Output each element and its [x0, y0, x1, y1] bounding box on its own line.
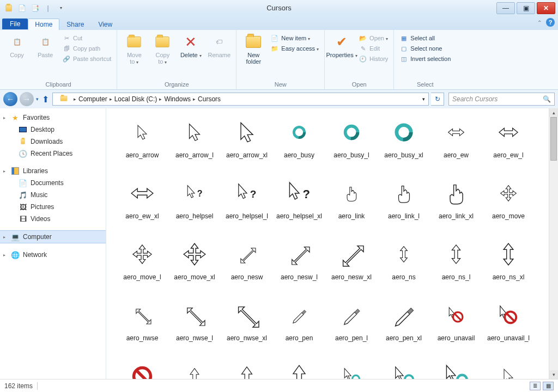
- new-folder-button[interactable]: New folder: [240, 32, 267, 66]
- view-icons-button[interactable]: ▦: [543, 382, 554, 390]
- sidebar-item-computer[interactable]: ▸ 💻 Computer: [0, 230, 106, 243]
- file-item[interactable]: aero_nesw_l: [273, 235, 325, 296]
- addr-segment[interactable]: Cursors: [196, 95, 223, 103]
- sidebar-item-documents[interactable]: 📄Documents: [0, 177, 106, 189]
- file-item[interactable]: aero_arrow_l: [168, 113, 221, 174]
- file-item[interactable]: aero_working_xl: [430, 357, 482, 379]
- file-item[interactable]: aero_nesw: [221, 235, 273, 296]
- file-item[interactable]: aero_nwse_xl: [221, 296, 273, 357]
- file-tab[interactable]: File: [2, 19, 28, 29]
- file-item[interactable]: aero_move_l: [116, 235, 168, 296]
- sidebar-favorites[interactable]: ▸ ★ Favorites: [0, 112, 106, 124]
- file-item[interactable]: aero_move_xl: [168, 235, 221, 296]
- file-item[interactable]: ?aero_helpsel_xl: [273, 174, 325, 235]
- paste-shortcut-button[interactable]: 🔗Paste shortcut: [60, 54, 113, 64]
- sidebar-item-pictures[interactable]: 🖼Pictures: [0, 201, 106, 213]
- search-input[interactable]: Search Cursors 🔍: [448, 93, 555, 106]
- open-button[interactable]: 📂Open: [356, 33, 390, 43]
- copy-button[interactable]: 📋 Copy: [3, 32, 31, 59]
- file-item[interactable]: aero_ew: [430, 113, 482, 174]
- file-item[interactable]: aero_link: [325, 174, 378, 235]
- file-item[interactable]: aero_ew_xl: [116, 174, 168, 235]
- file-item[interactable]: aero_ns_l: [430, 235, 482, 296]
- cut-button[interactable]: ✂Cut: [60, 33, 113, 43]
- qat-dropdown-icon[interactable]: ▾: [56, 3, 66, 14]
- file-item[interactable]: aero_up_xl: [273, 357, 325, 379]
- file-item[interactable]: aero_ns_xl: [482, 235, 535, 296]
- qat-newfolder-icon[interactable]: 📑: [29, 3, 40, 14]
- file-item[interactable]: aero_arrow_xl: [221, 113, 273, 174]
- file-item[interactable]: aero_move: [482, 174, 535, 235]
- sidebar-item-recent[interactable]: 🕓Recent Places: [0, 148, 106, 160]
- file-item[interactable]: ?aero_helpsel_l: [221, 174, 273, 235]
- forward-button[interactable]: →: [20, 92, 34, 106]
- sidebar-item-music[interactable]: 🎵Music: [0, 189, 106, 201]
- sidebar-libraries[interactable]: ▸ Libraries: [0, 165, 106, 177]
- back-button[interactable]: ←: [3, 92, 17, 106]
- rename-button[interactable]: 🏷 Rename: [205, 32, 233, 59]
- view-details-button[interactable]: ≣: [530, 382, 541, 390]
- home-tab[interactable]: Home: [28, 19, 59, 30]
- file-item[interactable]: aero_nwse: [116, 296, 168, 357]
- minimize-button[interactable]: —: [496, 2, 515, 14]
- edit-button[interactable]: ✎Edit: [356, 44, 390, 53]
- minimize-ribbon-icon[interactable]: ⌃: [537, 20, 542, 26]
- select-all-button[interactable]: ▦Select all: [397, 33, 453, 43]
- new-item-button[interactable]: 📄New item: [268, 33, 321, 43]
- file-item[interactable]: aero_nwse_l: [168, 296, 221, 357]
- sidebar-item-videos[interactable]: 🎞Videos: [0, 213, 106, 225]
- delete-button[interactable]: ✕ Delete: [177, 32, 204, 60]
- file-item[interactable]: aero_busy_l: [325, 113, 378, 174]
- file-item[interactable]: arrow_r: [482, 357, 535, 379]
- sidebar-item-downloads[interactable]: Downloads: [0, 136, 106, 148]
- address-dropdown-icon[interactable]: ▾: [420, 96, 427, 102]
- file-item[interactable]: aero_ns: [378, 235, 430, 296]
- file-item[interactable]: aero_nesw_xl: [325, 235, 378, 296]
- scrollbar-thumb[interactable]: [550, 117, 557, 161]
- invert-selection-button[interactable]: ◫Invert selection: [397, 54, 453, 64]
- refresh-button[interactable]: ↻: [431, 93, 444, 106]
- file-item[interactable]: aero_pen_l: [325, 296, 378, 357]
- file-item[interactable]: aero_pen_xl: [378, 296, 430, 357]
- help-icon[interactable]: ?: [546, 18, 555, 27]
- file-item[interactable]: aero_working_l: [378, 357, 430, 379]
- file-item[interactable]: aero_ew_l: [482, 113, 535, 174]
- scroll-down-icon[interactable]: ▾: [549, 370, 558, 379]
- qat-file-icon[interactable]: 📄: [16, 3, 27, 14]
- file-grid[interactable]: aero_arrowaero_arrow_laero_arrow_xlaero_…: [106, 108, 549, 379]
- sidebar-item-network[interactable]: ▸ 🌐 Network: [0, 249, 106, 261]
- file-item[interactable]: aero_unavail_xl: [116, 357, 168, 379]
- recent-dropdown-icon[interactable]: ▾: [36, 96, 39, 102]
- share-tab[interactable]: Share: [59, 19, 91, 30]
- addr-segment[interactable]: Computer: [76, 95, 110, 103]
- addr-segment[interactable]: Windows: [162, 95, 193, 103]
- file-item[interactable]: aero_arrow: [116, 113, 168, 174]
- file-item[interactable]: aero_up: [168, 357, 221, 379]
- search-icon[interactable]: 🔍: [543, 95, 551, 103]
- scroll-up-icon[interactable]: ▴: [549, 108, 558, 117]
- addr-segment[interactable]: Local Disk (C:): [112, 95, 160, 103]
- file-item[interactable]: aero_up_l: [221, 357, 273, 379]
- properties-button[interactable]: ✔ Properties: [328, 32, 355, 60]
- up-button[interactable]: ⬆: [42, 94, 49, 105]
- move-to-button[interactable]: Move to: [120, 32, 148, 66]
- close-button[interactable]: ✕: [537, 2, 555, 14]
- maximize-button[interactable]: ▣: [517, 2, 535, 14]
- file-item[interactable]: aero_link_l: [378, 174, 430, 235]
- file-item[interactable]: aero_working: [325, 357, 378, 379]
- file-item[interactable]: aero_unavail_l: [482, 296, 535, 357]
- file-item[interactable]: aero_pen: [273, 296, 325, 357]
- history-button[interactable]: 🕘History: [356, 54, 390, 64]
- sidebar-item-desktop[interactable]: Desktop: [0, 124, 106, 136]
- copy-to-button[interactable]: Copy to: [149, 32, 176, 66]
- view-tab[interactable]: View: [91, 19, 119, 30]
- file-item[interactable]: aero_busy_xl: [378, 113, 430, 174]
- easy-access-button[interactable]: 📁Easy access: [268, 44, 321, 53]
- paste-button[interactable]: 📋 Paste: [32, 32, 59, 59]
- scrollbar[interactable]: ▴ ▾: [549, 108, 558, 379]
- select-none-button[interactable]: ▢Select none: [397, 44, 453, 53]
- file-item[interactable]: aero_busy: [273, 113, 325, 174]
- file-item[interactable]: ?aero_helpsel: [168, 174, 221, 235]
- file-item[interactable]: aero_link_xl: [430, 174, 482, 235]
- address-bar[interactable]: ▸ Computer ▸ Local Disk (C:) ▸ Windows ▸…: [52, 93, 429, 106]
